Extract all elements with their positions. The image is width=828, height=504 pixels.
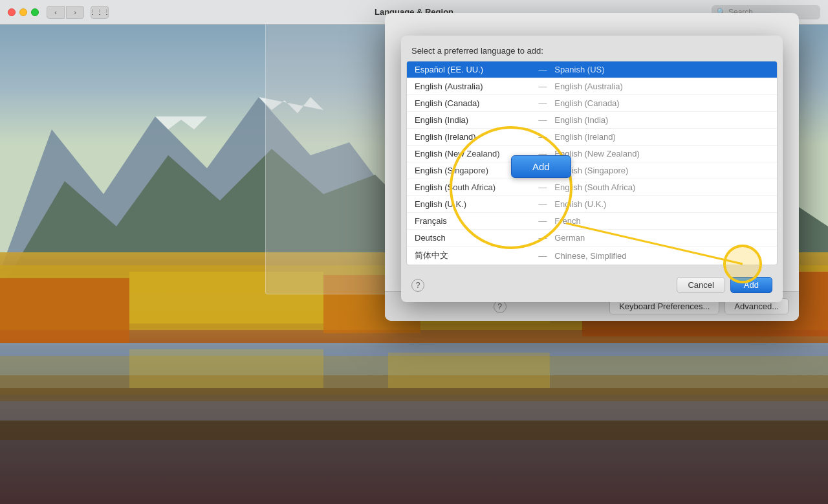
language-item[interactable]: English (U.K.) — English (U.K.) xyxy=(407,196,777,213)
background-panel xyxy=(265,23,395,294)
lang-separator: — xyxy=(536,82,549,91)
lang-native-name: Français xyxy=(415,216,531,226)
lang-native-name: English (India) xyxy=(415,115,531,125)
add-button-footer[interactable]: Add xyxy=(730,277,772,293)
lang-separator: — xyxy=(536,65,549,74)
lang-english-name: French xyxy=(554,216,580,226)
lang-english-name: Spanish (US) xyxy=(554,65,604,74)
lang-native-name: English (Canada) xyxy=(415,98,531,108)
language-item[interactable]: English (South Africa) — English (South … xyxy=(407,179,777,196)
svg-rect-17 xyxy=(129,349,323,388)
svg-rect-16 xyxy=(0,421,828,504)
language-item[interactable]: English (Canada) — English (Canada) xyxy=(407,95,777,112)
lang-separator: — xyxy=(536,216,549,226)
language-item[interactable]: English (Singapore) — English (Singapore… xyxy=(407,162,777,179)
add-button-floating[interactable]: Add xyxy=(511,155,571,178)
language-item[interactable]: English (Ireland) — English (Ireland) xyxy=(407,129,777,146)
language-item[interactable]: Español (EE. UU.) — Spanish (US) xyxy=(407,61,777,78)
language-item[interactable]: 简体中文 — Chinese, Simplified xyxy=(407,247,777,265)
lang-english-name: English (Ireland) xyxy=(554,132,616,142)
lang-separator: — xyxy=(536,132,549,142)
cancel-button[interactable]: Cancel xyxy=(677,277,724,293)
lang-separator: — xyxy=(536,98,549,108)
lang-native-name: English (South Africa) xyxy=(415,182,531,192)
back-button[interactable]: ‹ xyxy=(47,6,65,19)
minimize-button[interactable] xyxy=(19,8,27,16)
lang-picker-header: Select a preferred language to add: xyxy=(401,36,783,61)
language-item[interactable]: English (Australia) — English (Australia… xyxy=(407,78,777,95)
nav-buttons: ‹ › xyxy=(47,6,84,19)
lang-native-name: 简体中文 xyxy=(415,250,531,261)
language-list: Español (EE. UU.) — Spanish (US) English… xyxy=(406,61,778,265)
lang-english-name: English (Canada) xyxy=(554,98,619,108)
grid-button[interactable]: ⋮⋮⋮ xyxy=(91,6,109,19)
language-item[interactable]: English (India) — English (India) xyxy=(407,112,777,129)
lang-picker-footer: ? Cancel Add xyxy=(401,270,783,302)
forward-button[interactable]: › xyxy=(66,6,84,19)
lang-separator: — xyxy=(536,199,549,209)
lang-native-name: Deutsch xyxy=(415,233,531,243)
lang-separator: — xyxy=(536,182,549,192)
traffic-lights xyxy=(8,8,39,16)
lang-native-name: English (Australia) xyxy=(415,82,531,91)
svg-rect-9 xyxy=(0,278,129,343)
lang-native-name: English (U.K.) xyxy=(415,199,531,209)
language-item[interactable]: English (New Zealand) — English (New Zea… xyxy=(407,146,777,162)
lang-english-name: English (U.K.) xyxy=(554,199,606,209)
lang-english-name: English (India) xyxy=(554,115,608,125)
lang-english-name: German xyxy=(554,233,585,243)
help-button[interactable]: ? xyxy=(411,279,424,292)
lang-english-name: English (South Africa) xyxy=(554,182,635,192)
lang-separator: — xyxy=(536,115,549,125)
lang-native-name: English (Ireland) xyxy=(415,132,531,142)
language-item[interactable]: Deutsch — German xyxy=(407,230,777,247)
lang-english-name: English (Australia) xyxy=(554,82,623,91)
svg-rect-18 xyxy=(388,353,550,388)
lang-native-name: Español (EE. UU.) xyxy=(415,65,531,74)
lang-separator: — xyxy=(536,251,549,261)
lang-separator: — xyxy=(536,233,549,243)
lang-english-name: Chinese, Simplified xyxy=(554,251,626,261)
grid-icon: ⋮⋮⋮ xyxy=(89,8,111,16)
language-item[interactable]: Français — French xyxy=(407,213,777,230)
footer-buttons: Cancel Add xyxy=(677,277,772,293)
language-picker-dialog: Select a preferred language to add: Espa… xyxy=(401,36,783,302)
close-button[interactable] xyxy=(8,8,16,16)
maximize-button[interactable] xyxy=(31,8,39,16)
